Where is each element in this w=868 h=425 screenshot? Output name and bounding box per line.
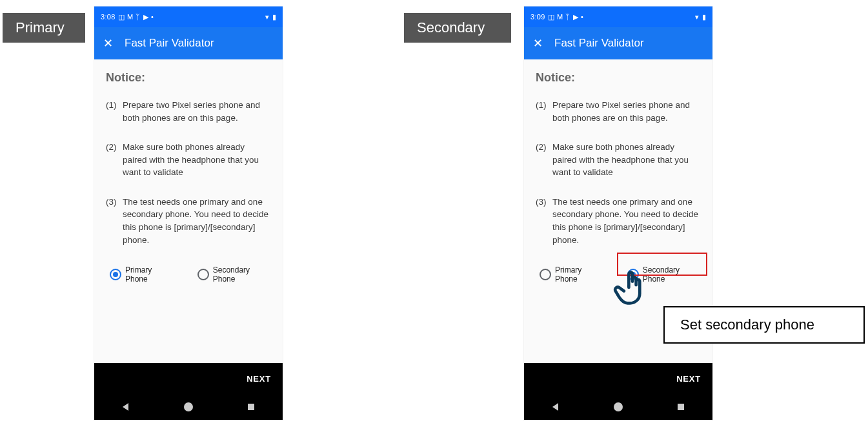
step-2-num: (2) xyxy=(106,141,123,179)
app-title: Fast Pair Validator xyxy=(125,37,214,50)
battery-icon: ▮ xyxy=(702,13,706,21)
radio-group: Primary Phone Secondary Phone xyxy=(536,263,701,286)
signal-icon: ᛉ xyxy=(565,13,570,21)
radio-primary-phone[interactable]: Primary Phone xyxy=(536,263,604,286)
app-title: Fast Pair Validator xyxy=(554,37,644,50)
content-area: Notice: (1) Prepare two Pixel series pho… xyxy=(94,59,283,363)
radio-primary-label: Primary Phone xyxy=(555,265,600,284)
navigation-bar xyxy=(94,394,283,420)
step-1-num: (1) xyxy=(536,99,552,124)
next-button[interactable]: NEXT xyxy=(94,363,283,394)
svg-rect-3 xyxy=(248,404,254,410)
status-time: 3:09 xyxy=(530,13,545,21)
battery-icon: ▮ xyxy=(272,13,276,21)
notice-heading: Notice: xyxy=(106,71,271,85)
nav-back-icon[interactable] xyxy=(121,402,131,412)
close-icon[interactable]: ✕ xyxy=(103,37,113,49)
step-2-num: (2) xyxy=(536,141,552,179)
radio-icon xyxy=(627,269,639,280)
gmail-icon: M xyxy=(127,13,133,21)
svg-marker-0 xyxy=(123,403,128,411)
youtube-icon: ▶ xyxy=(143,13,148,21)
step-2-text: Make sure both phones already paired wit… xyxy=(123,141,271,179)
svg-point-6 xyxy=(616,405,620,409)
svg-marker-4 xyxy=(552,403,558,411)
label-secondary-tag: Secondary xyxy=(404,13,511,43)
dot-icon: • xyxy=(151,13,154,21)
radio-group: Primary Phone Secondary Phone xyxy=(106,263,271,286)
nav-home-icon[interactable] xyxy=(613,402,623,412)
youtube-icon: ▶ xyxy=(573,13,578,21)
radio-icon xyxy=(540,269,551,280)
step-2: (2) Make sure both phones already paired… xyxy=(536,141,701,179)
radio-secondary-phone[interactable]: Secondary Phone xyxy=(623,263,701,286)
step-3-num: (3) xyxy=(106,196,123,246)
phone-secondary: 3:09 ◫ M ᛉ ▶ • ▾ ▮ ✕ Fast Pair Validator… xyxy=(524,6,712,420)
calendar-icon: ◫ xyxy=(118,13,125,21)
step-3-num: (3) xyxy=(536,196,552,246)
radio-secondary-phone[interactable]: Secondary Phone xyxy=(194,263,271,286)
next-label: NEXT xyxy=(676,374,701,384)
calendar-icon: ◫ xyxy=(548,13,554,21)
app-bar: ✕ Fast Pair Validator xyxy=(524,27,712,59)
radio-primary-label: Primary Phone xyxy=(125,265,170,284)
next-button[interactable]: NEXT xyxy=(524,363,712,394)
wifi-icon: ▾ xyxy=(695,13,699,21)
svg-rect-7 xyxy=(678,404,684,410)
notice-heading: Notice: xyxy=(536,71,701,85)
callout-set-secondary: Set secondary phone xyxy=(663,306,865,344)
radio-icon xyxy=(110,269,121,280)
status-bar: 3:09 ◫ M ᛉ ▶ • ▾ ▮ xyxy=(524,6,712,27)
step-1: (1) Prepare two Pixel series phone and b… xyxy=(536,99,701,124)
nav-recent-icon[interactable] xyxy=(246,402,256,412)
step-3: (3) The test needs one primary and one s… xyxy=(106,196,271,246)
signal-icon: ᛉ xyxy=(136,13,140,21)
step-3-text: The test needs one primary and one secon… xyxy=(552,196,701,246)
radio-primary-phone[interactable]: Primary Phone xyxy=(106,263,174,286)
nav-home-icon[interactable] xyxy=(183,402,194,412)
radio-secondary-label: Secondary Phone xyxy=(643,265,697,284)
radio-icon xyxy=(197,269,209,280)
step-1: (1) Prepare two Pixel series phone and b… xyxy=(106,99,271,124)
dot-icon: • xyxy=(581,13,583,21)
step-3: (3) The test needs one primary and one s… xyxy=(536,196,701,246)
label-primary-tag: Primary xyxy=(3,13,85,43)
step-1-num: (1) xyxy=(106,99,123,124)
close-icon[interactable]: ✕ xyxy=(533,37,543,49)
step-2-text: Make sure both phones already paired wit… xyxy=(552,141,701,179)
step-1-text: Prepare two Pixel series phone and both … xyxy=(552,99,701,124)
gmail-icon: M xyxy=(557,13,563,21)
step-1-text: Prepare two Pixel series phone and both … xyxy=(123,99,271,124)
step-2: (2) Make sure both phones already paired… xyxy=(106,141,271,179)
phone-primary: 3:08 ◫ M ᛉ ▶ • ▾ ▮ ✕ Fast Pair Validator… xyxy=(94,6,283,420)
nav-back-icon[interactable] xyxy=(550,402,561,412)
svg-point-2 xyxy=(187,405,190,409)
navigation-bar xyxy=(524,394,712,420)
radio-secondary-label: Secondary Phone xyxy=(213,265,267,284)
nav-recent-icon[interactable] xyxy=(676,402,686,412)
app-bar: ✕ Fast Pair Validator xyxy=(94,27,283,59)
step-3-text: The test needs one primary and one secon… xyxy=(123,196,271,246)
wifi-icon: ▾ xyxy=(265,13,269,21)
status-time: 3:08 xyxy=(101,13,116,21)
status-bar: 3:08 ◫ M ᛉ ▶ • ▾ ▮ xyxy=(94,6,283,27)
next-label: NEXT xyxy=(247,374,271,384)
